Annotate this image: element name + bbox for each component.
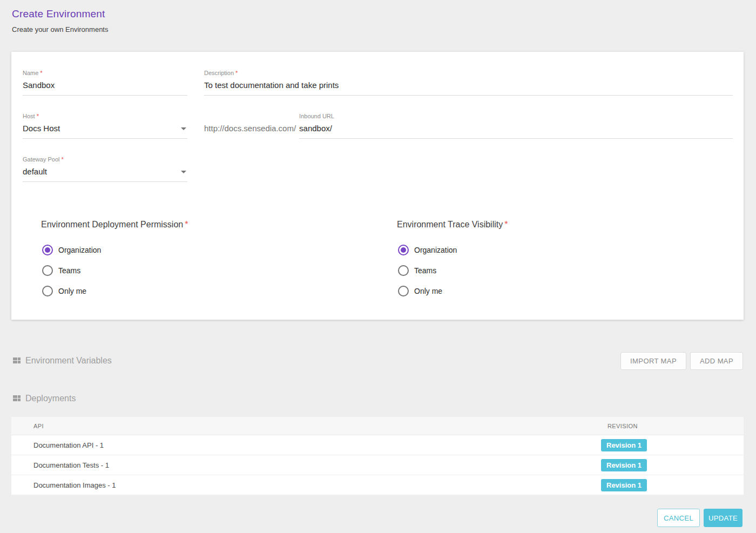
description-label-text: Description — [204, 70, 234, 76]
column-header-revision: REVISION — [601, 423, 744, 429]
table-row: Documentation API - 1 Revision 1 — [11, 435, 744, 455]
description-field-group: Description* — [204, 70, 733, 96]
deployment-permission-title-text: Environment Deployment Permission — [41, 220, 183, 229]
cancel-button[interactable]: CANCEL — [657, 509, 700, 527]
revision-badge[interactable]: Revision 1 — [601, 479, 647, 491]
grid-icon — [13, 395, 21, 402]
trace-visibility-title-text: Environment Trace Visibility — [397, 220, 503, 229]
page-subtitle: Create your own Environments — [12, 25, 756, 33]
api-name-cell: Documentation Images - 1 — [11, 481, 601, 489]
radio-deployment-only-me[interactable]: Only me — [41, 281, 397, 301]
radio-label: Only me — [414, 287, 442, 295]
import-map-button[interactable]: IMPORT MAP — [620, 352, 686, 370]
revision-badge[interactable]: Revision 1 — [601, 459, 647, 471]
environment-form-card: Name* Description* Host* Docs Host http:… — [11, 52, 744, 320]
deployment-permission-group: Environment Deployment Permission* Organ… — [41, 219, 397, 301]
environment-variables-section-bar: Environment Variables IMPORT MAP ADD MAP — [13, 352, 743, 370]
footer-actions: CANCEL UPDATE — [0, 509, 742, 527]
radio-deployment-teams[interactable]: Teams — [41, 260, 397, 281]
radio-selected-icon — [398, 245, 409, 255]
gateway-pool-select-value: default — [23, 167, 178, 176]
deployment-permission-required-asterisk: * — [185, 220, 188, 229]
trace-visibility-group: Environment Trace Visibility* Organizati… — [397, 219, 733, 301]
trace-visibility-title: Environment Trace Visibility* — [397, 219, 733, 230]
radio-trace-only-me[interactable]: Only me — [397, 281, 733, 301]
radio-selected-icon — [42, 245, 53, 255]
deployments-table-header: API REVISION — [11, 417, 744, 435]
radio-deployment-organization[interactable]: Organization — [41, 240, 397, 260]
deployment-permission-options: Organization Teams Only me — [41, 240, 397, 301]
row-name-description: Name* Description* — [23, 70, 733, 96]
host-required-asterisk: * — [37, 113, 39, 119]
deployment-permission-title: Environment Deployment Permission* — [41, 219, 397, 230]
name-label: Name* — [23, 70, 187, 76]
create-environment-page: Create Environment Create your own Envir… — [0, 0, 756, 533]
revision-cell: Revision 1 — [601, 479, 744, 491]
gateway-pool-label: Gateway Pool* — [23, 156, 187, 163]
revision-cell: Revision 1 — [601, 459, 744, 471]
row-host-inbound: Host* Docs Host http://docs.sensedia.com… — [23, 113, 733, 139]
radio-label: Organization — [414, 246, 457, 254]
gateway-pool-select[interactable]: default — [23, 167, 187, 182]
inbound-url-group: http://docs.sensedia.com/ Inbound URL — [204, 113, 733, 139]
trace-visibility-required-asterisk: * — [504, 220, 508, 229]
add-map-button[interactable]: ADD MAP — [690, 352, 743, 370]
update-button[interactable]: UPDATE — [704, 509, 742, 527]
deployments-section-bar: Deployments — [13, 393, 743, 404]
row-gateway-pool: Gateway Pool* default — [23, 156, 733, 182]
table-row: Documentation Images - 1 Revision 1 — [11, 475, 744, 495]
revision-badge[interactable]: Revision 1 — [601, 439, 647, 451]
chevron-down-icon — [181, 171, 186, 173]
trace-visibility-options: Organization Teams Only me — [397, 240, 733, 301]
table-row: Documentation Tests - 1 Revision 1 — [11, 455, 744, 475]
environment-variables-actions: IMPORT MAP ADD MAP — [620, 352, 743, 370]
radio-unselected-icon — [42, 286, 53, 296]
inbound-url-field-group: Inbound URL — [299, 113, 733, 139]
gateway-pool-field-group: Gateway Pool* default — [23, 156, 187, 182]
page-header: Create Environment Create your own Envir… — [0, 0, 756, 52]
api-name-cell: Documentation API - 1 — [11, 441, 601, 449]
host-field-group: Host* Docs Host — [23, 113, 187, 139]
chevron-down-icon — [181, 127, 186, 130]
name-input[interactable] — [23, 80, 187, 96]
description-required-asterisk: * — [235, 70, 238, 76]
radio-label: Organization — [58, 246, 101, 254]
inbound-url-label: Inbound URL — [299, 113, 733, 119]
column-header-api: API — [11, 423, 601, 429]
radio-trace-teams[interactable]: Teams — [397, 260, 733, 281]
host-select-value: Docs Host — [23, 124, 178, 133]
name-label-text: Name — [23, 70, 38, 76]
radio-label: Only me — [58, 287, 86, 295]
deployments-title: Deployments — [13, 394, 76, 403]
host-label: Host* — [23, 113, 187, 119]
environment-variables-title: Environment Variables — [13, 356, 112, 366]
api-name-cell: Documentation Tests - 1 — [11, 461, 601, 469]
radio-label: Teams — [414, 266, 436, 275]
inbound-url-input[interactable] — [299, 124, 733, 139]
host-select[interactable]: Docs Host — [23, 124, 187, 139]
permissions-section: Environment Deployment Permission* Organ… — [23, 219, 733, 301]
radio-label: Teams — [58, 266, 80, 275]
environment-variables-title-text: Environment Variables — [25, 356, 112, 366]
radio-unselected-icon — [398, 265, 409, 276]
revision-cell: Revision 1 — [601, 439, 744, 451]
description-label: Description* — [204, 70, 733, 76]
host-label-text: Host — [23, 113, 35, 119]
deployments-table: API REVISION Documentation API - 1 Revis… — [11, 417, 744, 495]
inbound-url-prefix: http://docs.sensedia.com/ — [204, 124, 296, 139]
name-field-group: Name* — [23, 70, 187, 96]
radio-unselected-icon — [398, 286, 409, 296]
radio-unselected-icon — [42, 265, 53, 276]
radio-trace-organization[interactable]: Organization — [397, 240, 733, 260]
gateway-pool-required-asterisk: * — [61, 156, 63, 163]
name-required-asterisk: * — [40, 70, 42, 76]
deployments-title-text: Deployments — [25, 394, 76, 403]
page-title: Create Environment — [12, 8, 756, 20]
description-input[interactable] — [204, 80, 733, 96]
grid-icon — [13, 357, 21, 364]
gateway-pool-label-text: Gateway Pool — [23, 156, 59, 163]
